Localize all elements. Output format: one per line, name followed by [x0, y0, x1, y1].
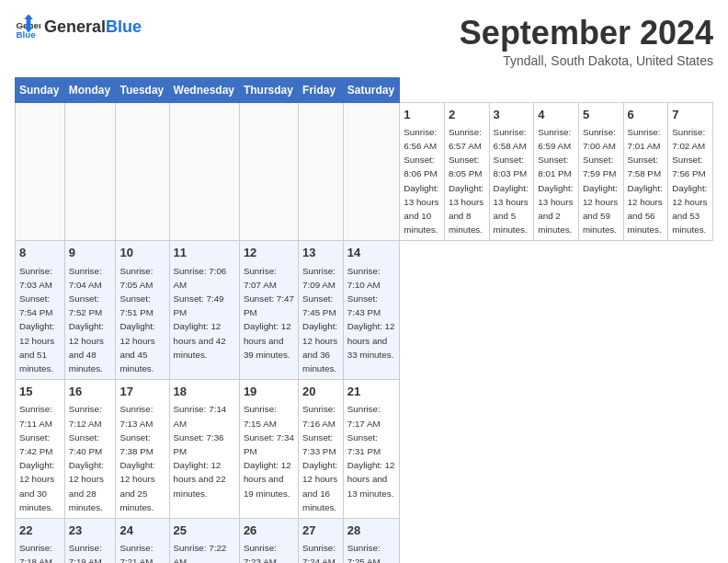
day-number: 5	[583, 107, 620, 123]
logo-icon: General Blue	[15, 15, 40, 40]
day-number: 15	[19, 384, 61, 400]
col-friday: Friday	[299, 77, 344, 102]
day-info: Sunrise: 7:04 AMSunset: 7:52 PMDaylight:…	[69, 266, 104, 373]
calendar-cell: 24Sunrise: 7:21 AMSunset: 7:25 PMDayligh…	[116, 519, 169, 563]
calendar-week-row: 22Sunrise: 7:18 AMSunset: 7:29 PMDayligh…	[16, 519, 713, 563]
day-number: 8	[19, 245, 61, 261]
calendar-cell: 10Sunrise: 7:05 AMSunset: 7:51 PMDayligh…	[116, 241, 169, 380]
svg-text:Blue: Blue	[16, 29, 36, 40]
day-number: 1	[404, 107, 440, 123]
day-number: 10	[119, 245, 165, 261]
day-number: 3	[494, 107, 530, 123]
day-info: Sunrise: 7:16 AMSunset: 7:33 PMDaylight:…	[302, 404, 337, 511]
day-info: Sunrise: 7:12 AMSunset: 7:40 PMDaylight:…	[69, 404, 104, 511]
calendar-cell	[169, 102, 239, 241]
day-number: 22	[19, 523, 61, 539]
calendar-week-row: 8Sunrise: 7:03 AMSunset: 7:54 PMDaylight…	[16, 241, 713, 380]
calendar-cell: 21Sunrise: 7:17 AMSunset: 7:31 PMDayligh…	[343, 380, 400, 519]
calendar-cell: 22Sunrise: 7:18 AMSunset: 7:29 PMDayligh…	[16, 519, 65, 563]
day-number: 9	[69, 245, 112, 261]
calendar-cell: 1Sunrise: 6:56 AMSunset: 8:06 PMDaylight…	[400, 102, 445, 241]
calendar-cell: 11Sunrise: 7:06 AMSunset: 7:49 PMDayligh…	[169, 241, 239, 380]
day-info: Sunrise: 6:59 AMSunset: 8:01 PMDaylight:…	[538, 127, 573, 235]
calendar-cell: 7Sunrise: 7:02 AMSunset: 7:56 PMDaylight…	[668, 102, 713, 241]
calendar-cell: 2Sunrise: 6:57 AMSunset: 8:05 PMDaylight…	[444, 102, 489, 241]
day-info: Sunrise: 7:18 AMSunset: 7:29 PMDaylight:…	[19, 543, 54, 563]
calendar-header-row: Sunday Monday Tuesday Wednesday Thursday…	[16, 77, 713, 102]
calendar-cell: 15Sunrise: 7:11 AMSunset: 7:42 PMDayligh…	[16, 380, 65, 519]
day-number: 25	[174, 523, 235, 539]
calendar-week-row: 1Sunrise: 6:56 AMSunset: 8:06 PMDaylight…	[16, 102, 713, 241]
calendar-cell: 6Sunrise: 7:01 AMSunset: 7:58 PMDaylight…	[623, 102, 668, 241]
calendar-cell: 18Sunrise: 7:14 AMSunset: 7:36 PMDayligh…	[169, 380, 239, 519]
col-sunday: Sunday	[16, 77, 65, 102]
day-number: 20	[302, 384, 339, 400]
calendar-cell	[16, 102, 65, 241]
day-info: Sunrise: 7:17 AMSunset: 7:31 PMDaylight:…	[347, 404, 395, 498]
col-thursday: Thursday	[239, 77, 298, 102]
day-info: Sunrise: 7:15 AMSunset: 7:34 PMDaylight:…	[244, 404, 294, 498]
day-number: 19	[244, 384, 294, 400]
calendar-cell: 25Sunrise: 7:22 AMSunset: 7:24 PMDayligh…	[169, 519, 239, 563]
day-info: Sunrise: 7:05 AMSunset: 7:51 PMDaylight:…	[119, 266, 154, 373]
calendar-cell	[239, 102, 298, 241]
calendar-cell: 20Sunrise: 7:16 AMSunset: 7:33 PMDayligh…	[299, 380, 344, 519]
day-info: Sunrise: 7:13 AMSunset: 7:38 PMDaylight:…	[119, 404, 154, 511]
location: Tyndall, South Dakota, United States	[460, 53, 713, 68]
day-info: Sunrise: 7:25 AMSunset: 7:18 PMDaylight:…	[347, 543, 395, 563]
day-info: Sunrise: 7:11 AMSunset: 7:42 PMDaylight:…	[19, 404, 54, 511]
day-number: 2	[449, 107, 485, 123]
day-number: 4	[538, 107, 574, 123]
calendar-cell: 16Sunrise: 7:12 AMSunset: 7:40 PMDayligh…	[64, 380, 116, 519]
calendar-cell	[299, 102, 344, 241]
calendar-cell: 23Sunrise: 7:19 AMSunset: 7:27 PMDayligh…	[64, 519, 116, 563]
calendar-cell	[116, 102, 169, 241]
day-info: Sunrise: 7:02 AMSunset: 7:56 PMDaylight:…	[672, 127, 707, 235]
calendar-cell: 28Sunrise: 7:25 AMSunset: 7:18 PMDayligh…	[343, 519, 400, 563]
col-monday: Monday	[64, 77, 116, 102]
day-info: Sunrise: 7:23 AMSunset: 7:22 PMDaylight:…	[244, 543, 294, 563]
day-info: Sunrise: 7:22 AMSunset: 7:24 PMDaylight:…	[174, 543, 227, 563]
day-info: Sunrise: 7:00 AMSunset: 7:59 PMDaylight:…	[583, 127, 618, 235]
day-info: Sunrise: 7:03 AMSunset: 7:54 PMDaylight:…	[19, 266, 54, 373]
col-tuesday: Tuesday	[116, 77, 169, 102]
day-number: 6	[628, 107, 665, 123]
calendar-cell: 8Sunrise: 7:03 AMSunset: 7:54 PMDaylight…	[16, 241, 65, 380]
calendar-cell: 4Sunrise: 6:59 AMSunset: 8:01 PMDaylight…	[534, 102, 579, 241]
col-saturday: Saturday	[343, 77, 400, 102]
day-info: Sunrise: 7:14 AMSunset: 7:36 PMDaylight:…	[174, 404, 227, 498]
page-header: General Blue GeneralBlue September 2024 …	[15, 15, 713, 68]
day-info: Sunrise: 7:24 AMSunset: 7:20 PMDaylight:…	[302, 543, 337, 563]
calendar-cell: 27Sunrise: 7:24 AMSunset: 7:20 PMDayligh…	[299, 519, 344, 563]
calendar-cell: 13Sunrise: 7:09 AMSunset: 7:45 PMDayligh…	[299, 241, 344, 380]
day-number: 17	[119, 384, 165, 400]
calendar-week-row: 15Sunrise: 7:11 AMSunset: 7:42 PMDayligh…	[16, 380, 713, 519]
day-info: Sunrise: 7:09 AMSunset: 7:45 PMDaylight:…	[302, 266, 337, 373]
day-number: 16	[69, 384, 112, 400]
title-area: September 2024 Tyndall, South Dakota, Un…	[460, 15, 713, 68]
day-number: 18	[174, 384, 235, 400]
calendar-cell: 9Sunrise: 7:04 AMSunset: 7:52 PMDaylight…	[64, 241, 116, 380]
calendar-cell: 3Sunrise: 6:58 AMSunset: 8:03 PMDaylight…	[489, 102, 534, 241]
day-info: Sunrise: 6:57 AMSunset: 8:05 PMDaylight:…	[449, 127, 483, 235]
day-info: Sunrise: 7:07 AMSunset: 7:47 PMDaylight:…	[244, 266, 294, 360]
day-number: 14	[347, 245, 396, 261]
calendar-cell: 14Sunrise: 7:10 AMSunset: 7:43 PMDayligh…	[343, 241, 400, 380]
day-info: Sunrise: 7:01 AMSunset: 7:58 PMDaylight:…	[628, 127, 663, 235]
day-number: 27	[302, 523, 339, 539]
day-number: 21	[347, 384, 396, 400]
calendar-cell	[64, 102, 116, 241]
day-number: 13	[302, 245, 339, 261]
day-info: Sunrise: 7:21 AMSunset: 7:25 PMDaylight:…	[119, 543, 154, 563]
day-number: 7	[672, 107, 709, 123]
day-number: 26	[244, 523, 294, 539]
day-info: Sunrise: 7:19 AMSunset: 7:27 PMDaylight:…	[69, 543, 104, 563]
calendar-table: Sunday Monday Tuesday Wednesday Thursday…	[15, 77, 713, 563]
month-title: September 2024	[460, 15, 713, 52]
day-number: 12	[244, 245, 294, 261]
day-info: Sunrise: 7:06 AMSunset: 7:49 PMDaylight:…	[174, 266, 227, 360]
logo: General Blue GeneralBlue	[15, 15, 142, 40]
day-info: Sunrise: 7:10 AMSunset: 7:43 PMDaylight:…	[347, 266, 395, 360]
day-number: 23	[69, 523, 112, 539]
calendar-cell: 12Sunrise: 7:07 AMSunset: 7:47 PMDayligh…	[239, 241, 298, 380]
